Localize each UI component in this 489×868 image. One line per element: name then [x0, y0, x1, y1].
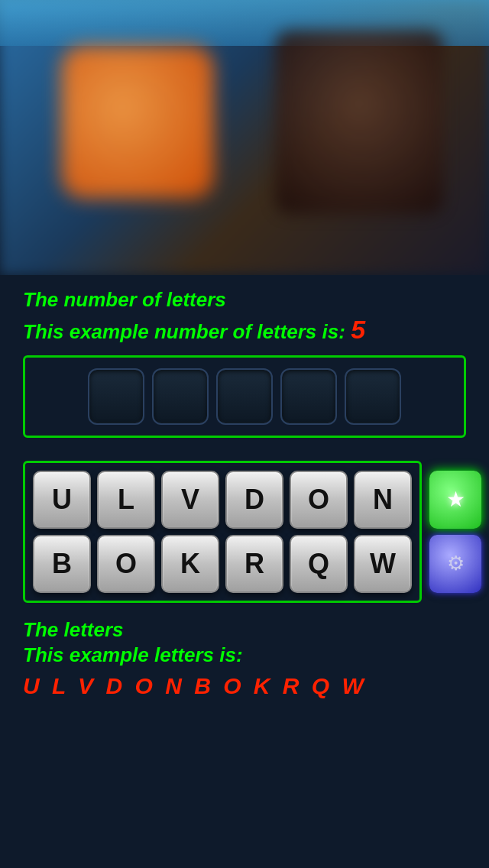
letter-tile-D[interactable]: D	[225, 471, 283, 529]
letter-tile-K[interactable]: K	[161, 535, 219, 593]
letters-value: U L V D O N B O K R Q W	[23, 673, 466, 699]
letter-box-5	[345, 368, 401, 425]
main-content: The number of letters This example numbe…	[0, 275, 489, 711]
letter-grid: U L V D O N B O K R Q W	[33, 471, 412, 593]
gear-icon: ⚙	[447, 552, 465, 575]
letters-label: The letters	[23, 618, 466, 642]
letters-section: U L V D O N B O K R Q W ★ ⚙	[23, 461, 466, 603]
number-subtitle-value: 5	[351, 315, 365, 344]
number-of-letters-title: The number of letters	[23, 287, 466, 313]
top-image-area	[0, 0, 489, 275]
letter-tile-U[interactable]: U	[33, 471, 91, 529]
letter-tile-W[interactable]: W	[354, 535, 412, 593]
letter-tile-N[interactable]: N	[354, 471, 412, 529]
letter-box-1	[88, 368, 144, 425]
letter-box-3	[216, 368, 273, 425]
blurred-dark-shape	[275, 31, 443, 214]
number-subtitle: This example number of letters is: 5	[23, 315, 466, 345]
blue-gear-button[interactable]: ⚙	[429, 535, 481, 593]
letter-box-4	[280, 368, 337, 425]
blurred-orange-shape	[61, 46, 214, 199]
star-icon: ★	[446, 487, 465, 512]
side-buttons: ★ ⚙	[429, 461, 481, 603]
letter-tile-Q[interactable]: Q	[290, 535, 348, 593]
letter-tile-O1[interactable]: O	[290, 471, 348, 529]
letter-tile-O2[interactable]: O	[97, 535, 155, 593]
letter-tile-L[interactable]: L	[97, 471, 155, 529]
letter-box-2	[152, 368, 209, 425]
letters-sublabel: This example letters is:	[23, 643, 466, 667]
letter-tile-R[interactable]: R	[225, 535, 283, 593]
letter-tile-V[interactable]: V	[161, 471, 219, 529]
green-star-button[interactable]: ★	[429, 471, 481, 529]
letter-boxes-container	[23, 355, 466, 438]
number-subtitle-prefix: This example number of letters is:	[23, 320, 345, 343]
letter-grid-container: U L V D O N B O K R Q W	[23, 461, 422, 603]
letter-tile-B[interactable]: B	[33, 535, 91, 593]
